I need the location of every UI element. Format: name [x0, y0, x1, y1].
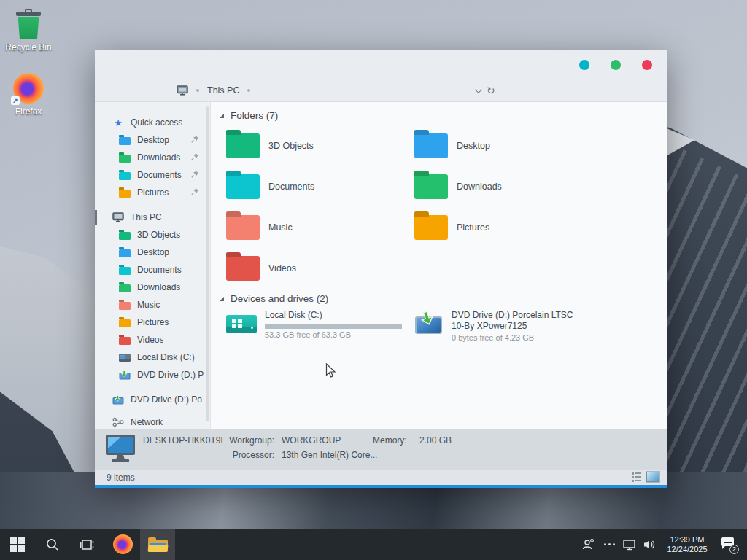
volume-button[interactable] [639, 529, 659, 560]
devices-section-header[interactable]: Devices and drives (2) [220, 293, 328, 304]
folders-section-header[interactable]: Folders (7) [220, 110, 278, 121]
system-info-panel: DESKTOP-HKK0T9L Workgroup: WORKGROUP Mem… [95, 429, 667, 470]
folder-tile-label: Documents [268, 182, 314, 192]
people-icon [581, 538, 595, 551]
thumbnail-view-icon[interactable] [646, 472, 659, 482]
sidebar-item-label: Downloads [137, 152, 180, 163]
status-divider [139, 472, 139, 483]
sidebar-item-label: Desktop [137, 135, 169, 145]
minimize-button[interactable] [579, 60, 589, 70]
folder-tile-3d-objects[interactable]: 3D Objects [226, 125, 394, 166]
this-pc-icon [112, 212, 124, 222]
workgroup-label: Workgroup: [225, 435, 274, 446]
sidebar-item-downloads[interactable]: Downloads [95, 149, 210, 166]
folder-tile-pictures[interactable]: Pictures [414, 207, 582, 248]
sidebar-item-music[interactable]: Music [95, 296, 210, 314]
folder-icon [226, 256, 260, 281]
sidebar-item-downloads[interactable]: Downloads [95, 279, 210, 296]
section-title: Folders (7) [231, 110, 278, 121]
sidebar-item-local-disk-c-[interactable]: Local Disk (C:) [95, 349, 210, 366]
recycle-bin-icon [15, 9, 42, 39]
sidebar-item-documents[interactable]: Documents [95, 261, 210, 279]
sidebar-item-documents[interactable]: Documents [95, 166, 210, 184]
network-display-button[interactable] [619, 529, 639, 560]
breadcrumb-separator [196, 89, 199, 92]
sidebar-item-dvd-drive-d-po[interactable]: DVD Drive (D:) Po [95, 391, 210, 408]
folder-tile-documents[interactable]: Documents [226, 166, 394, 207]
processor-label: Processor: [225, 450, 274, 460]
search-button[interactable] [35, 529, 70, 560]
sidebar-group: ★Quick accessDesktopDownloadsDocumentsPi… [95, 114, 210, 201]
drive-name: DVD Drive (D:) Porcelain LTSC 10-By XPow… [452, 310, 580, 332]
folder-tile-videos[interactable]: Videos [226, 248, 394, 289]
desktop-icon-recycle-bin[interactable]: Recycle Bin [1, 9, 56, 52]
address-dropdown-icon[interactable] [475, 86, 482, 93]
breadcrumb-separator [247, 89, 250, 92]
maximize-button[interactable] [611, 60, 621, 70]
folder-tile-desktop[interactable]: Desktop [414, 125, 582, 166]
taskbar-clock[interactable]: 12:39 PM 12/24/2025 [659, 529, 715, 560]
navigation-pane: ★Quick accessDesktopDownloadsDocumentsPi… [95, 102, 211, 429]
folder-tile-label: Downloads [457, 182, 502, 192]
sidebar-item-label: Local Disk (C:) [137, 352, 195, 362]
content-pane: Folders (7) 3D ObjectsDesktopDocumentsDo… [211, 102, 667, 429]
people-button[interactable] [576, 529, 600, 560]
desktop: Recycle Bin ↗ Firefox This PC [0, 0, 747, 560]
task-view-button[interactable] [70, 529, 105, 560]
taskbar: 12:39 PM 12/24/2025 2 [0, 529, 747, 560]
drive-tile-local-disk-c[interactable]: Local Disk (C:) 53.3 GB free of 63.3 GB [226, 310, 407, 342]
taskbar-firefox-button[interactable] [105, 529, 140, 560]
titlebar: This PC ↻ [95, 50, 667, 102]
sidebar-item-label: 3D Objects [137, 230, 180, 240]
sidebar-item-label: Network [131, 417, 163, 427]
sidebar-item-quick-access[interactable]: ★Quick access [95, 114, 210, 131]
pin-icon [191, 135, 199, 145]
sidebar-item-desktop[interactable]: Desktop [95, 244, 210, 261]
computer-icon [104, 433, 137, 469]
sidebar-item-pictures[interactable]: Pictures [95, 184, 210, 201]
memory-value: 2.00 GB [419, 435, 452, 446]
action-center-button[interactable]: 2 [715, 529, 744, 560]
breadcrumb[interactable]: This PC [177, 85, 250, 96]
sidebar-scrollbar[interactable] [206, 106, 209, 421]
display-icon [622, 539, 636, 551]
refresh-icon[interactable]: ↻ [487, 85, 495, 96]
sidebar-item-3d-objects[interactable]: 3D Objects [95, 226, 210, 244]
explorer-body: ★Quick accessDesktopDownloadsDocumentsPi… [95, 102, 667, 429]
sidebar-item-label: Pictures [137, 317, 169, 327]
collapse-triangle-icon [220, 297, 224, 301]
workgroup-value: WORKGROUP [282, 435, 341, 446]
folder-icon [414, 174, 448, 199]
desktop-icon-firefox[interactable]: ↗ Firefox [1, 73, 56, 117]
folder-icon [226, 174, 260, 199]
sidebar-item-dvd-drive-d-p[interactable]: DVD Drive (D:) P [95, 366, 210, 384]
folder-tile-downloads[interactable]: Downloads [414, 166, 582, 207]
file-explorer-window: This PC ↻ ★Quick accessDesktopDownloadsD… [95, 50, 667, 488]
folder-tile-music[interactable]: Music [226, 207, 394, 248]
sidebar-item-pictures[interactable]: Pictures [95, 314, 210, 331]
sidebar-item-this-pc[interactable]: This PC [95, 209, 210, 226]
folder-icon [119, 155, 131, 163]
show-hidden-icons-button[interactable] [600, 529, 619, 560]
sidebar-item-videos[interactable]: Videos [95, 331, 210, 349]
sidebar-item-label: DVD Drive (D:) P [137, 370, 204, 380]
sidebar-item-label: Quick access [131, 117, 182, 128]
drive-tile-dvd-d[interactable]: DVD Drive (D:) Porcelain LTSC 10-By XPow… [414, 310, 595, 342]
breadcrumb-location[interactable]: This PC [207, 85, 239, 96]
start-button[interactable] [0, 529, 35, 560]
system-tray: 12:39 PM 12/24/2025 2 [576, 529, 747, 560]
sidebar-item-label: Videos [137, 335, 163, 345]
address-bar: This PC ↻ [95, 79, 667, 102]
sidebar-item-desktop[interactable]: Desktop [95, 131, 210, 149]
close-button[interactable] [642, 60, 652, 70]
sidebar-item-network[interactable]: Network [95, 413, 210, 429]
folders-grid: 3D ObjectsDesktopDocumentsDownloadsMusic… [226, 125, 603, 289]
details-view-icon[interactable] [632, 472, 642, 482]
sidebar-item-label: Desktop [137, 247, 169, 257]
file-explorer-icon [148, 537, 168, 553]
taskbar-file-explorer-button[interactable] [140, 529, 175, 560]
folder-tile-label: Videos [268, 263, 296, 273]
folder-icon [119, 267, 131, 275]
drive-free-space: 53.3 GB free of 63.3 GB [265, 330, 402, 339]
disk-usage-bar [265, 324, 402, 329]
